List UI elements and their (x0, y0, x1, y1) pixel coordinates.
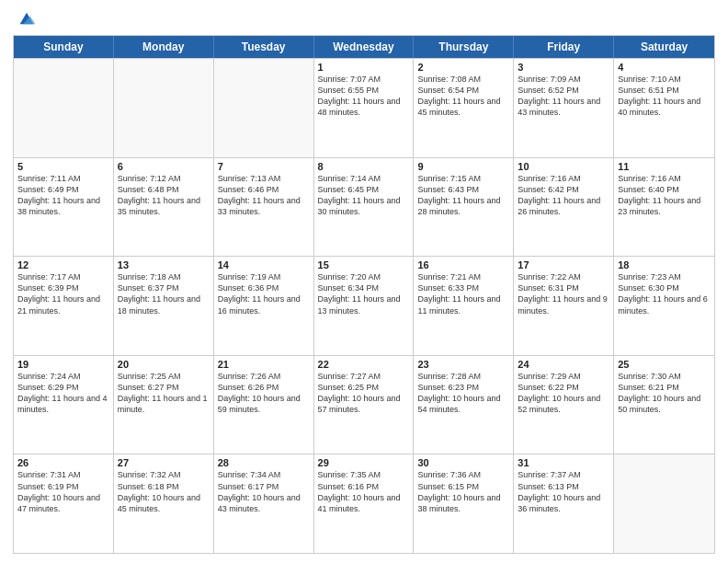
empty-cell-0-2 (214, 59, 314, 157)
day-info: Sunrise: 7:07 AM Sunset: 6:55 PM Dayligh… (318, 74, 410, 119)
day-number: 29 (318, 457, 410, 468)
calendar: SundayMondayTuesdayWednesdayThursdayFrid… (13, 35, 715, 554)
day-number: 17 (518, 259, 609, 270)
day-cell-7: 7Sunrise: 7:13 AM Sunset: 6:46 PM Daylig… (214, 158, 314, 257)
day-info: Sunrise: 7:28 AM Sunset: 6:23 PM Dayligh… (417, 371, 509, 416)
day-number: 4 (618, 62, 711, 73)
day-info: Sunrise: 7:31 AM Sunset: 6:19 PM Dayligh… (17, 469, 109, 514)
logo-icon (17, 9, 37, 29)
calendar-row-3: 19Sunrise: 7:24 AM Sunset: 6:29 PM Dayli… (14, 355, 714, 454)
day-info: Sunrise: 7:34 AM Sunset: 6:17 PM Dayligh… (218, 469, 310, 514)
empty-cell-4-6 (614, 454, 714, 553)
day-cell-5: 5Sunrise: 7:11 AM Sunset: 6:49 PM Daylig… (14, 158, 114, 257)
day-number: 25 (618, 359, 711, 370)
day-cell-14: 14Sunrise: 7:19 AM Sunset: 6:36 PM Dayli… (214, 257, 314, 355)
header-day-monday: Monday (114, 36, 214, 58)
day-cell-16: 16Sunrise: 7:21 AM Sunset: 6:33 PM Dayli… (414, 257, 514, 355)
header-day-sunday: Sunday (14, 36, 114, 58)
day-cell-23: 23Sunrise: 7:28 AM Sunset: 6:23 PM Dayli… (414, 356, 514, 454)
day-number: 19 (17, 359, 109, 370)
day-cell-26: 26Sunrise: 7:31 AM Sunset: 6:19 PM Dayli… (14, 454, 114, 553)
day-cell-28: 28Sunrise: 7:34 AM Sunset: 6:17 PM Dayli… (214, 454, 314, 553)
day-info: Sunrise: 7:13 AM Sunset: 6:46 PM Dayligh… (218, 173, 310, 218)
day-cell-18: 18Sunrise: 7:23 AM Sunset: 6:30 PM Dayli… (614, 257, 714, 355)
header-day-friday: Friday (514, 36, 614, 58)
day-cell-8: 8Sunrise: 7:14 AM Sunset: 6:45 PM Daylig… (314, 158, 415, 257)
day-info: Sunrise: 7:30 AM Sunset: 6:21 PM Dayligh… (618, 371, 711, 416)
day-number: 28 (218, 457, 310, 468)
day-info: Sunrise: 7:22 AM Sunset: 6:31 PM Dayligh… (518, 271, 609, 316)
day-number: 21 (218, 359, 310, 370)
day-info: Sunrise: 7:37 AM Sunset: 6:13 PM Dayligh… (518, 469, 609, 514)
day-info: Sunrise: 7:14 AM Sunset: 6:45 PM Dayligh… (318, 173, 410, 218)
header-day-saturday: Saturday (614, 36, 714, 58)
calendar-body: 1Sunrise: 7:07 AM Sunset: 6:55 PM Daylig… (14, 58, 714, 553)
logo (13, 9, 37, 29)
calendar-row-1: 5Sunrise: 7:11 AM Sunset: 6:49 PM Daylig… (14, 157, 714, 257)
day-cell-10: 10Sunrise: 7:16 AM Sunset: 6:42 PM Dayli… (514, 158, 614, 257)
day-number: 1 (318, 62, 410, 73)
day-number: 6 (118, 161, 210, 172)
calendar-row-2: 12Sunrise: 7:17 AM Sunset: 6:39 PM Dayli… (14, 256, 714, 355)
day-number: 2 (417, 62, 509, 73)
day-info: Sunrise: 7:11 AM Sunset: 6:49 PM Dayligh… (17, 173, 109, 218)
day-info: Sunrise: 7:16 AM Sunset: 6:40 PM Dayligh… (618, 173, 711, 218)
day-cell-2: 2Sunrise: 7:08 AM Sunset: 6:54 PM Daylig… (414, 59, 514, 157)
header-day-tuesday: Tuesday (214, 36, 314, 58)
day-number: 5 (17, 161, 109, 172)
header-day-wednesday: Wednesday (314, 36, 415, 58)
day-info: Sunrise: 7:15 AM Sunset: 6:43 PM Dayligh… (417, 173, 509, 218)
empty-cell-0-0 (14, 59, 114, 157)
day-number: 23 (417, 359, 509, 370)
day-number: 10 (518, 161, 609, 172)
day-number: 14 (218, 259, 310, 270)
day-info: Sunrise: 7:18 AM Sunset: 6:37 PM Dayligh… (118, 271, 210, 316)
day-number: 3 (518, 62, 609, 73)
day-number: 8 (318, 161, 410, 172)
day-number: 16 (417, 259, 509, 270)
day-cell-11: 11Sunrise: 7:16 AM Sunset: 6:40 PM Dayli… (614, 158, 714, 257)
day-info: Sunrise: 7:10 AM Sunset: 6:51 PM Dayligh… (618, 74, 711, 119)
day-info: Sunrise: 7:24 AM Sunset: 6:29 PM Dayligh… (17, 371, 109, 416)
day-info: Sunrise: 7:25 AM Sunset: 6:27 PM Dayligh… (118, 371, 210, 416)
day-cell-19: 19Sunrise: 7:24 AM Sunset: 6:29 PM Dayli… (14, 356, 114, 454)
day-cell-20: 20Sunrise: 7:25 AM Sunset: 6:27 PM Dayli… (114, 356, 214, 454)
day-number: 26 (17, 457, 109, 468)
day-cell-3: 3Sunrise: 7:09 AM Sunset: 6:52 PM Daylig… (514, 59, 614, 157)
day-info: Sunrise: 7:35 AM Sunset: 6:16 PM Dayligh… (318, 469, 410, 514)
header-day-thursday: Thursday (414, 36, 514, 58)
day-info: Sunrise: 7:20 AM Sunset: 6:34 PM Dayligh… (318, 271, 410, 316)
day-info: Sunrise: 7:23 AM Sunset: 6:30 PM Dayligh… (618, 271, 711, 316)
day-cell-17: 17Sunrise: 7:22 AM Sunset: 6:31 PM Dayli… (514, 257, 614, 355)
calendar-row-0: 1Sunrise: 7:07 AM Sunset: 6:55 PM Daylig… (14, 58, 714, 157)
day-number: 9 (417, 161, 509, 172)
day-info: Sunrise: 7:12 AM Sunset: 6:48 PM Dayligh… (118, 173, 210, 218)
day-cell-30: 30Sunrise: 7:36 AM Sunset: 6:15 PM Dayli… (414, 454, 514, 553)
day-info: Sunrise: 7:21 AM Sunset: 6:33 PM Dayligh… (417, 271, 509, 316)
day-info: Sunrise: 7:16 AM Sunset: 6:42 PM Dayligh… (518, 173, 609, 218)
day-cell-25: 25Sunrise: 7:30 AM Sunset: 6:21 PM Dayli… (614, 356, 714, 454)
day-cell-29: 29Sunrise: 7:35 AM Sunset: 6:16 PM Dayli… (314, 454, 415, 553)
day-cell-15: 15Sunrise: 7:20 AM Sunset: 6:34 PM Dayli… (314, 257, 415, 355)
day-info: Sunrise: 7:32 AM Sunset: 6:18 PM Dayligh… (118, 469, 210, 514)
day-info: Sunrise: 7:08 AM Sunset: 6:54 PM Dayligh… (417, 74, 509, 119)
day-cell-24: 24Sunrise: 7:29 AM Sunset: 6:22 PM Dayli… (514, 356, 614, 454)
day-cell-13: 13Sunrise: 7:18 AM Sunset: 6:37 PM Dayli… (114, 257, 214, 355)
day-number: 12 (17, 259, 109, 270)
day-cell-9: 9Sunrise: 7:15 AM Sunset: 6:43 PM Daylig… (414, 158, 514, 257)
day-info: Sunrise: 7:17 AM Sunset: 6:39 PM Dayligh… (17, 271, 109, 316)
day-number: 11 (618, 161, 711, 172)
page: SundayMondayTuesdayWednesdayThursdayFrid… (0, 0, 728, 563)
day-number: 15 (318, 259, 410, 270)
day-number: 18 (618, 259, 711, 270)
day-info: Sunrise: 7:27 AM Sunset: 6:25 PM Dayligh… (318, 371, 410, 416)
day-cell-12: 12Sunrise: 7:17 AM Sunset: 6:39 PM Dayli… (14, 257, 114, 355)
empty-cell-0-1 (114, 59, 214, 157)
day-info: Sunrise: 7:36 AM Sunset: 6:15 PM Dayligh… (417, 469, 509, 514)
day-number: 7 (218, 161, 310, 172)
day-info: Sunrise: 7:26 AM Sunset: 6:26 PM Dayligh… (218, 371, 310, 416)
day-number: 30 (417, 457, 509, 468)
day-info: Sunrise: 7:19 AM Sunset: 6:36 PM Dayligh… (218, 271, 310, 316)
day-cell-21: 21Sunrise: 7:26 AM Sunset: 6:26 PM Dayli… (214, 356, 314, 454)
day-cell-6: 6Sunrise: 7:12 AM Sunset: 6:48 PM Daylig… (114, 158, 214, 257)
